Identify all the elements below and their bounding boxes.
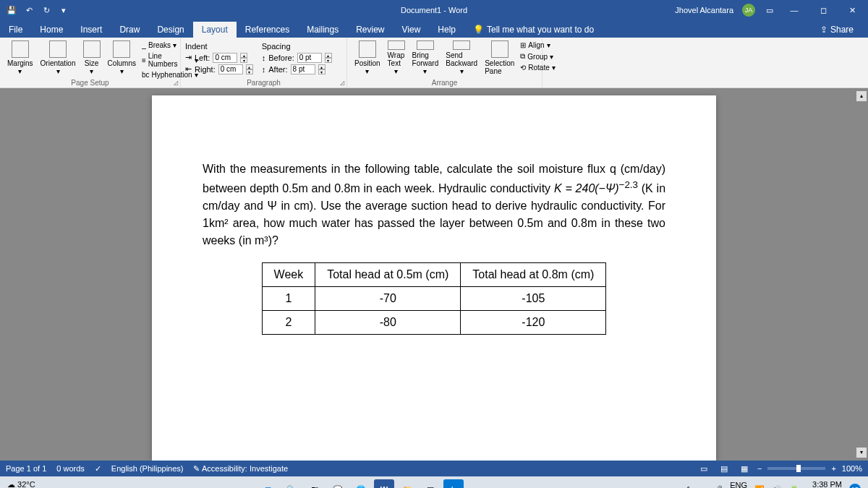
save-icon[interactable]: 💾 bbox=[6, 4, 17, 16]
scroll-down-icon[interactable]: ▾ bbox=[856, 448, 867, 458]
zoom-in-button[interactable]: + bbox=[831, 464, 835, 473]
redo-icon[interactable]: ↻ bbox=[41, 4, 52, 16]
minimize-button[interactable]: — bbox=[784, 0, 804, 20]
wrap-text-button[interactable]: Wrap Text▾ bbox=[385, 39, 408, 77]
zoom-out-button[interactable]: − bbox=[757, 464, 762, 473]
maximize-button[interactable]: ◻ bbox=[813, 0, 833, 20]
zoom-slider[interactable] bbox=[767, 467, 825, 470]
app-icon[interactable]: L bbox=[443, 479, 464, 488]
selection-pane-button[interactable]: Selection Pane bbox=[482, 39, 517, 77]
align-icon: ⊞ bbox=[520, 41, 526, 49]
tab-layout[interactable]: Layout bbox=[193, 22, 237, 38]
spin-down[interactable]: ▾ bbox=[318, 69, 326, 74]
read-mode-icon[interactable]: ▭ bbox=[697, 463, 711, 474]
vertical-scrollbar[interactable]: ▴ ▾ bbox=[856, 91, 867, 458]
page-count[interactable]: Page 1 of 1 bbox=[6, 464, 46, 473]
spin-up[interactable]: ▴ bbox=[246, 64, 253, 69]
onedrive-icon[interactable]: ☁ bbox=[697, 485, 705, 489]
chevron-down-icon: ▾ bbox=[552, 64, 556, 72]
page-setup-dialog-launcher[interactable]: ◿ bbox=[174, 80, 178, 86]
zoom-thumb[interactable] bbox=[796, 465, 801, 472]
accessibility-status[interactable]: ✎ Accessibility: Investigate bbox=[193, 464, 288, 474]
zoom-level[interactable]: 100% bbox=[842, 464, 862, 473]
spin-up[interactable]: ▴ bbox=[325, 53, 332, 58]
search-icon[interactable]: 🔍 bbox=[281, 479, 302, 488]
paragraph-1[interactable]: With the measurements in the following t… bbox=[203, 160, 665, 249]
space-before-input[interactable] bbox=[297, 53, 322, 63]
spin-up[interactable]: ▴ bbox=[240, 53, 247, 58]
table-row[interactable]: 1 -70 -105 bbox=[262, 287, 606, 311]
group-button[interactable]: ⧉Group ▾ bbox=[519, 51, 556, 61]
notification-badge[interactable]: 15 bbox=[849, 484, 861, 488]
bring-forward-button[interactable]: Bring Forward▾ bbox=[409, 39, 442, 77]
indent-right-input[interactable] bbox=[218, 64, 243, 74]
spin-down[interactable]: ▾ bbox=[240, 58, 247, 63]
scroll-up-icon[interactable]: ▴ bbox=[856, 91, 867, 101]
align-button[interactable]: ⊞Align ▾ bbox=[519, 40, 556, 50]
document-area[interactable]: With the measurements in the following t… bbox=[0, 88, 868, 461]
tab-mailings[interactable]: Mailings bbox=[298, 22, 347, 38]
wifi-icon[interactable]: 📶 bbox=[754, 485, 765, 489]
table-header: Total head at 0.8m (cm) bbox=[461, 263, 606, 287]
web-layout-icon[interactable]: ▦ bbox=[737, 463, 752, 474]
orientation-button[interactable]: Orientation▾ bbox=[38, 39, 79, 77]
close-button[interactable]: ✕ bbox=[842, 0, 862, 20]
table-row[interactable]: Week Total head at 0.5m (cm) Total head … bbox=[262, 263, 606, 287]
battery-icon[interactable]: 🔋 bbox=[789, 485, 799, 489]
weather-widget[interactable]: ☁ 32°C Cloudy bbox=[7, 480, 35, 488]
print-layout-icon[interactable]: ▤ bbox=[717, 463, 731, 474]
spin-up[interactable]: ▴ bbox=[318, 64, 326, 69]
user-name[interactable]: Jhovel Alcantara bbox=[675, 6, 733, 14]
rotate-button[interactable]: ⟲Rotate ▾ bbox=[519, 63, 556, 72]
tab-references[interactable]: References bbox=[237, 22, 298, 38]
before-label: Before: bbox=[268, 53, 294, 62]
volume-icon[interactable]: 🔊 bbox=[772, 485, 782, 489]
bring-forward-label: Bring Forward bbox=[412, 51, 439, 67]
size-button[interactable]: Size▾ bbox=[80, 39, 103, 77]
paragraph-dialog-launcher[interactable]: ◿ bbox=[340, 80, 344, 86]
share-label: Share bbox=[830, 25, 854, 35]
spell-check-icon[interactable]: ✓ bbox=[95, 464, 101, 474]
page[interactable]: With the measurements in the following t… bbox=[152, 95, 716, 461]
tab-home[interactable]: Home bbox=[31, 22, 72, 38]
spin-down[interactable]: ▾ bbox=[246, 69, 253, 74]
tab-view[interactable]: View bbox=[393, 22, 430, 38]
space-after-input[interactable] bbox=[291, 64, 315, 74]
language-code[interactable]: ENG bbox=[730, 481, 747, 488]
tab-design[interactable]: Design bbox=[148, 22, 192, 38]
weather-icon: ☁ bbox=[7, 480, 15, 488]
margins-button[interactable]: Margins▾ bbox=[4, 39, 36, 77]
spin-down[interactable]: ▾ bbox=[325, 58, 332, 63]
clock[interactable]: 3:38 PM 3/15/2022 bbox=[807, 480, 842, 488]
ribbon-display-icon[interactable]: ▭ bbox=[764, 4, 775, 16]
undo-icon[interactable]: ↶ bbox=[23, 4, 35, 16]
app-icon[interactable]: ▦ bbox=[420, 479, 441, 488]
data-table[interactable]: Week Total head at 0.5m (cm) Total head … bbox=[262, 262, 607, 335]
tab-draw[interactable]: Draw bbox=[111, 22, 148, 38]
send-backward-button[interactable]: Send Backward▾ bbox=[443, 39, 480, 77]
word-icon[interactable]: W bbox=[374, 479, 394, 488]
tab-insert[interactable]: Insert bbox=[72, 22, 111, 38]
table-row[interactable]: 2 -80 -120 bbox=[262, 311, 606, 335]
equation-exponent: −2.3 bbox=[619, 179, 638, 190]
explorer-icon[interactable]: 📁 bbox=[397, 479, 417, 488]
mic-icon[interactable]: 🎤 bbox=[712, 485, 723, 489]
group-arrange: Position▾ Wrap Text▾ Bring Forward▾ Send… bbox=[347, 38, 542, 87]
edge-icon[interactable]: 🌐 bbox=[351, 479, 371, 488]
tab-file[interactable]: File bbox=[0, 22, 31, 38]
position-button[interactable]: Position▾ bbox=[352, 39, 383, 77]
word-count[interactable]: 0 words bbox=[56, 464, 85, 473]
share-button[interactable]: ⇪ Share bbox=[814, 22, 859, 38]
tell-me-search[interactable]: 💡 Tell me what you want to do bbox=[464, 22, 603, 38]
qat-customize-icon[interactable]: ▾ bbox=[58, 4, 69, 16]
chat-icon[interactable]: 💬 bbox=[328, 479, 348, 488]
task-view-icon[interactable]: ◧ bbox=[305, 479, 325, 488]
language-status[interactable]: English (Philippines) bbox=[111, 464, 184, 473]
columns-button[interactable]: Columns▾ bbox=[105, 39, 139, 77]
tab-review[interactable]: Review bbox=[347, 22, 393, 38]
indent-left-input[interactable] bbox=[213, 53, 237, 63]
avatar[interactable]: JA bbox=[742, 4, 755, 17]
chevron-up-icon[interactable]: ^ bbox=[686, 485, 690, 488]
start-button[interactable]: ⊞ bbox=[258, 479, 278, 488]
tab-help[interactable]: Help bbox=[429, 22, 464, 38]
